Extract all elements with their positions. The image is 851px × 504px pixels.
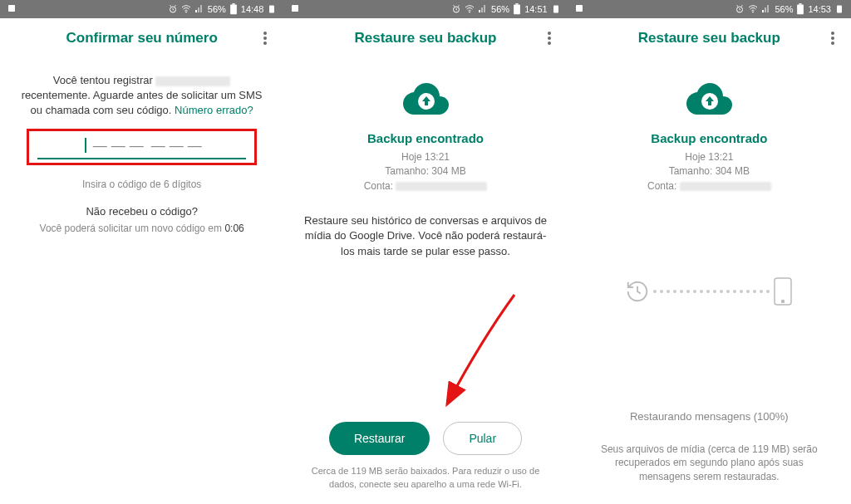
backup-info: Hoje 13:21 Tamanho: 304 MB Conta: — [298, 150, 552, 193]
battery-icon — [513, 3, 521, 15]
svg-rect-9 — [514, 5, 520, 15]
battery-icon — [796, 3, 804, 15]
media-text: Seus arquivos de mídia (cerca de 119 MB)… — [583, 443, 836, 504]
menu-icon[interactable] — [257, 32, 273, 45]
status-bar: 56% 14:53 — [568, 0, 851, 18]
redacted-account — [680, 182, 771, 191]
menu-icon[interactable] — [824, 32, 841, 45]
code-input-highlight: — — — — — — — [27, 129, 257, 165]
code-input[interactable]: — — — — — — — [37, 138, 246, 159]
svg-point-2 — [185, 12, 186, 12]
svg-rect-17 — [798, 5, 804, 15]
timer: 0:06 — [224, 223, 243, 234]
signal-icon — [478, 4, 488, 14]
battery-percent: 56% — [775, 4, 793, 14]
svg-rect-18 — [799, 3, 802, 5]
svg-rect-4 — [232, 3, 234, 5]
progress-status: Restaurando mensagens (100%) — [583, 410, 836, 423]
phone-icon — [773, 276, 793, 306]
svg-point-16 — [753, 12, 754, 12]
svg-rect-10 — [516, 3, 519, 5]
signal-icon — [761, 4, 771, 14]
charge-icon — [551, 4, 561, 14]
clock-time: 14:53 — [808, 4, 831, 14]
battery-percent: 56% — [491, 4, 509, 14]
page-title: Restaure seu backup — [594, 30, 824, 46]
clock-time: 14:51 — [524, 4, 548, 14]
alarm-icon — [451, 4, 461, 14]
svg-point-8 — [470, 12, 470, 12]
code-hint: Insira o código de 6 dígitos — [15, 179, 268, 190]
status-bar: 56% 14:51 — [283, 0, 567, 18]
signal-icon — [194, 4, 204, 14]
svg-rect-3 — [230, 5, 237, 15]
svg-rect-5 — [269, 6, 274, 13]
screen-restore-backup: 56% 14:51 Restaure seu backup Backup enc… — [283, 0, 567, 504]
redacted-account — [396, 182, 487, 191]
header: Restaure seu backup — [568, 18, 851, 55]
svg-rect-0 — [8, 5, 15, 12]
menu-icon[interactable] — [541, 32, 558, 45]
wifi-icon — [181, 4, 191, 14]
clock-time: 14:48 — [241, 4, 264, 14]
backup-found-title: Backup encontrado — [298, 131, 552, 145]
svg-rect-19 — [837, 6, 842, 13]
cloud-upload-icon — [685, 80, 733, 115]
battery-percent: 56% — [208, 4, 226, 14]
notification-icon — [290, 3, 300, 15]
cloud-upload-icon — [401, 80, 450, 115]
button-row: Restaurar Pular — [298, 422, 552, 455]
no-code-title: Não recebeu o código? — [15, 205, 268, 218]
backup-info: Hoje 13:21 Tamanho: 304 MB Conta: — [583, 150, 836, 193]
restore-button[interactable]: Restaurar — [329, 422, 430, 455]
wrong-number-link[interactable]: Número errado? — [175, 104, 253, 116]
wait-text: Você poderá solicitar um novo código em … — [15, 223, 268, 234]
header: Confirmar seu número — [0, 18, 283, 55]
svg-rect-6 — [292, 5, 298, 12]
svg-point-22 — [782, 301, 785, 303]
battery-icon — [229, 3, 238, 15]
svg-rect-14 — [576, 5, 583, 12]
alarm-icon — [168, 4, 178, 14]
page-title: Restaure seu backup — [310, 30, 540, 46]
progress-graphic — [583, 276, 836, 306]
status-bar: 56% 14:48 — [0, 0, 283, 18]
confirm-text: Você tentou registrar recentemente. Agua… — [15, 73, 268, 119]
backup-found-title: Backup encontrado — [583, 131, 836, 145]
screen-restoring: 56% 14:53 Restaure seu backup Backup enc… — [568, 0, 851, 504]
svg-rect-11 — [553, 6, 558, 13]
skip-button[interactable]: Pular — [443, 422, 522, 455]
notification-icon — [574, 3, 584, 15]
wifi-icon — [748, 4, 758, 14]
alarm-icon — [735, 4, 745, 14]
screen-confirm-number: 56% 14:48 Confirmar seu número Você tent… — [0, 0, 283, 504]
header: Restaure seu backup — [283, 18, 567, 55]
charge-icon — [267, 4, 277, 14]
notification-icon — [7, 3, 17, 15]
page-title: Confirmar seu número — [27, 30, 257, 46]
footer-note: Cerca de 119 MB serão baixados. Para red… — [298, 465, 552, 504]
restore-description: Restaure seu histórico de conversas e ar… — [298, 213, 552, 259]
history-icon — [625, 279, 650, 304]
charge-icon — [834, 4, 844, 14]
wifi-icon — [465, 4, 475, 14]
redacted-number — [155, 76, 230, 86]
